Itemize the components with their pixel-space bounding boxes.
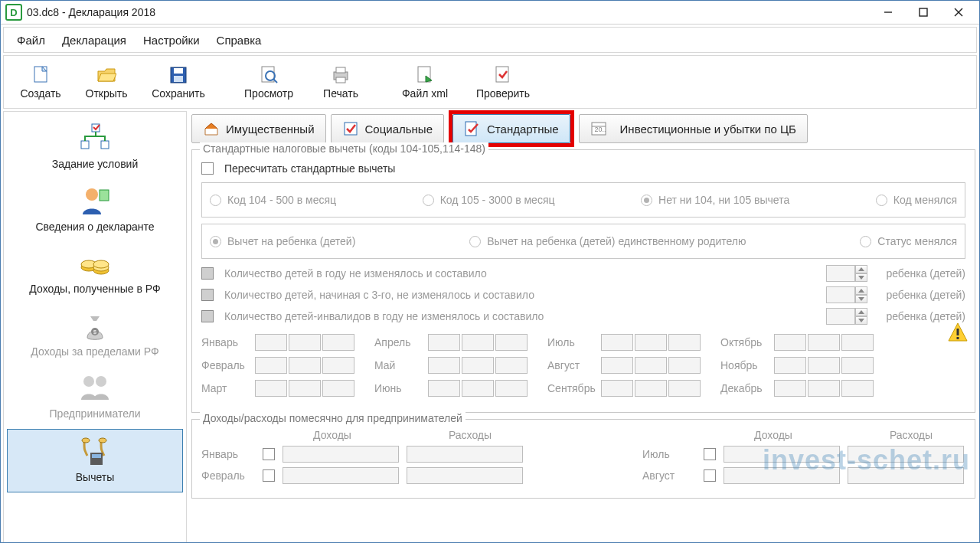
radio-code104 — [210, 195, 221, 206]
tb-check[interactable]: Проверить — [466, 60, 540, 104]
suffix-label: ребенка (детей) — [886, 289, 965, 301]
label: Количество детей-инвалидов в году не изм… — [224, 310, 815, 322]
group-legend: Доходы/расходы помесячно для предпринима… — [200, 412, 466, 424]
tb-open-label: Открыть — [86, 87, 128, 100]
menubar: Файл Декларация Настройки Справка — [3, 27, 977, 53]
col-header: Расходы — [846, 429, 976, 441]
deductions-icon — [78, 434, 112, 468]
month-label: Апрель — [374, 336, 423, 348]
minimize-button[interactable] — [871, 1, 906, 24]
chk-month — [263, 448, 275, 460]
menu-file[interactable]: Файл — [10, 31, 52, 49]
month-label: Январь — [201, 336, 250, 348]
radio-label: Код менялся — [893, 194, 957, 206]
month-label: Ноябрь — [720, 359, 769, 371]
chk-kids-disabled — [201, 310, 214, 322]
preview-icon — [258, 64, 279, 86]
tb-filexml[interactable]: Файл xml — [388, 60, 462, 104]
menu-help[interactable]: Справка — [210, 31, 269, 49]
sidebar-item-label: Вычеты — [76, 471, 115, 485]
svg-rect-7 — [174, 68, 183, 74]
group-standard: Стандартные налоговые вычеты (коды 104-1… — [191, 149, 975, 413]
suffix-label: ребенка (детей) — [886, 310, 965, 322]
coins-icon — [78, 246, 112, 280]
month-label: Июль — [642, 448, 696, 460]
tb-create[interactable]: Создать — [10, 60, 71, 104]
svg-rect-35 — [345, 123, 357, 135]
chk-recalc-label: Пересчитать стандартные вычеты — [224, 162, 395, 175]
income-input — [283, 446, 399, 463]
chk-month — [704, 469, 716, 482]
group-legend: Стандартные налоговые вычеты (коды 104-1… — [200, 142, 488, 155]
titlebar: D 03.dc8 - Декларация 2018 — [1, 1, 979, 25]
print-icon — [330, 64, 351, 86]
app-icon: D — [5, 4, 22, 21]
chk-kids-from3 — [201, 289, 214, 301]
tb-print[interactable]: Печать — [310, 60, 371, 104]
svg-rect-8 — [174, 76, 183, 82]
radio-none — [641, 195, 652, 206]
month-input — [289, 334, 321, 351]
sidebar-item-label: Доходы, полученные в РФ — [29, 283, 160, 296]
label: Количество детей в году не изменялось и … — [224, 267, 815, 280]
tab-label: Стандартные — [487, 123, 559, 136]
sidebar-item-deductions[interactable]: Вычеты — [7, 429, 183, 493]
radio-label: Код 105 - 3000 в месяц — [440, 194, 555, 206]
tb-preview-label: Просмотр — [244, 87, 293, 100]
tab-label: Инвестиционные и убытки по ЦБ — [620, 123, 796, 136]
svg-rect-40 — [957, 329, 959, 335]
tab-label: Социальные — [365, 123, 433, 136]
tb-save[interactable]: Сохранить — [142, 60, 215, 104]
radio-label: Нет ни 104, ни 105 вычета — [658, 194, 789, 206]
spin-kids-from3 — [826, 286, 867, 303]
svg-rect-41 — [957, 337, 959, 339]
label: Количество детей, начиная с 3-го, не изм… — [224, 289, 815, 301]
menu-settings[interactable]: Настройки — [136, 31, 207, 49]
radio-child-single — [469, 236, 481, 247]
spin-kids-disabled — [826, 308, 867, 325]
maximize-button[interactable] — [906, 1, 941, 24]
month-label: Август — [547, 359, 596, 371]
close-button[interactable] — [941, 1, 976, 24]
radio-status-changed — [860, 236, 871, 247]
svg-point-30 — [96, 376, 106, 387]
tab-standard[interactable]: Стандартные — [452, 114, 570, 143]
radio-label: Код 104 - 500 в месяц — [227, 194, 336, 206]
tab-invest[interactable]: 20.. Инвестиционные и убытки по ЦБ — [579, 114, 808, 143]
svg-point-20 — [86, 188, 98, 201]
conditions-icon — [78, 121, 112, 155]
invest-badge: 20.. — [595, 126, 606, 133]
sidebar-item-conditions[interactable]: Задание условий — [7, 116, 183, 179]
svg-rect-14 — [336, 77, 345, 83]
toolbar: Создать Открыть Сохранить Просмотр Печат… — [3, 55, 977, 109]
svg-marker-45 — [858, 297, 864, 301]
income-input — [724, 467, 840, 484]
svg-rect-1 — [920, 8, 927, 16]
tb-preview[interactable]: Просмотр — [232, 60, 305, 104]
tab-property[interactable]: Имущественный — [191, 114, 326, 143]
radio-label: Статус менялся — [877, 235, 957, 247]
sidebar-item-entrepreneurs[interactable]: Предприниматели — [7, 366, 183, 429]
sidebar-item-income-rf[interactable]: Доходы, полученные в РФ — [7, 241, 183, 304]
col-header: Расходы — [405, 429, 535, 441]
svg-point-29 — [83, 376, 94, 387]
svg-point-32 — [99, 438, 106, 443]
chk-recalc[interactable] — [201, 162, 214, 175]
radio-code-changed — [876, 195, 887, 206]
radio-code105 — [423, 195, 434, 206]
sidebar-item-income-abroad[interactable]: $ Доходы за пределами РФ — [7, 304, 183, 367]
tab-social[interactable]: Социальные — [331, 114, 444, 143]
sidebar-item-label: Доходы за пределами РФ — [31, 345, 158, 359]
month-label: Сентябрь — [547, 382, 596, 394]
svg-rect-34 — [92, 454, 101, 458]
tb-save-label: Сохранить — [152, 87, 205, 100]
month-label: Февраль — [201, 359, 250, 371]
tb-open[interactable]: Открыть — [76, 60, 137, 104]
svg-text:$: $ — [93, 329, 96, 335]
month-label: Март — [201, 382, 250, 394]
sidebar-item-label: Предприниматели — [50, 407, 141, 421]
group-entrepreneur: Доходы/расходы помесячно для предпринима… — [191, 419, 975, 499]
sidebar-item-declarant[interactable]: Сведения о декларанте — [7, 179, 183, 242]
menu-declaration[interactable]: Декларация — [55, 31, 133, 49]
main-panel: Имущественный Социальные Стандартные 20.… — [190, 111, 977, 543]
